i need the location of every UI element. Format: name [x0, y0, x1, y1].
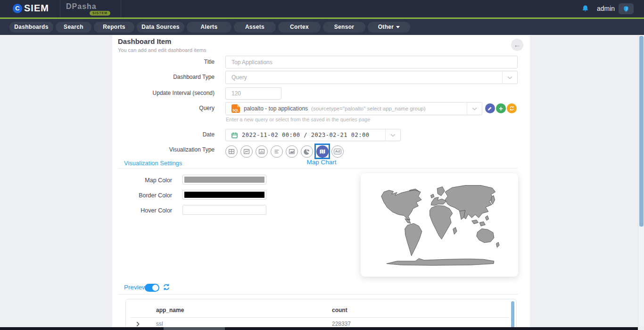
viz-type-single-value-button[interactable]: Ad — [331, 145, 344, 158]
column-header-app-name[interactable]: app_name — [156, 307, 184, 313]
nav-item-dashboards[interactable]: Dashboards — [9, 22, 53, 33]
update-interval-value: 120 — [231, 90, 241, 97]
query-select[interactable]: SQL paloalto - top applications (sourcet… — [225, 102, 482, 115]
chevron-down-icon[interactable] — [502, 71, 517, 84]
shield-icon — [623, 6, 629, 12]
update-interval-input[interactable]: 120 — [225, 87, 281, 100]
nav-item-alerts[interactable]: Alerts — [187, 22, 231, 33]
visualization-type-options: Ad — [225, 144, 347, 159]
date-range-input[interactable]: 2022-11-02 00:00 / 2023-02-21 02:00 — [225, 129, 401, 141]
preview-table: app_name count ssl 228337 — [125, 299, 517, 330]
date-label: Date — [112, 131, 215, 138]
preview-refresh-button[interactable] — [163, 283, 170, 291]
dashboard-type-select[interactable]: Query — [225, 71, 518, 84]
chevron-down-icon[interactable] — [385, 129, 400, 141]
cell-count: 228337 — [332, 321, 351, 327]
horizontal-scrollbar-thumb[interactable] — [164, 327, 225, 330]
date-range-value: 2022-11-02 00:00 / 2023-02-21 02:00 — [242, 132, 369, 138]
border-color-input[interactable] — [182, 190, 266, 200]
title-input-value: Top Applications — [231, 59, 272, 66]
back-button[interactable]: ← — [511, 39, 523, 51]
reload-queries-button[interactable] — [507, 103, 517, 113]
nav-item-data-sources[interactable]: Data Sources — [137, 22, 184, 33]
plus-icon: + — [499, 104, 503, 112]
update-interval-label: Update Interval (second) — [112, 90, 215, 96]
dashboard-type-label: Dashboard Type — [112, 74, 215, 80]
viz-type-bar-chart-button[interactable] — [256, 145, 268, 158]
query-label: Query — [112, 105, 215, 111]
border-color-swatch — [184, 192, 264, 198]
area-chart-icon — [289, 148, 295, 155]
header-divider — [60, 0, 60, 17]
viz-type-table-button[interactable] — [225, 145, 238, 158]
map-icon — [319, 148, 326, 155]
toggle-knob — [152, 285, 158, 291]
hover-color-label: Hover Color — [112, 207, 172, 214]
column-header-count[interactable]: count — [332, 307, 347, 313]
app-window: C SIEM DPasha SISTEM admin Dashboards Se… — [0, 0, 644, 330]
username[interactable]: admin — [597, 5, 615, 12]
preview-label: Preview — [124, 284, 147, 291]
refresh-icon — [163, 283, 170, 291]
horizontal-scrollbar-track[interactable] — [0, 327, 638, 330]
sql-icon-fold — [237, 104, 240, 107]
viz-type-area-chart-button[interactable] — [286, 145, 298, 158]
chevron-down-icon[interactable] — [467, 102, 482, 115]
nav-item-search[interactable]: Search — [56, 22, 91, 33]
nav-item-other[interactable]: Other — [368, 22, 410, 33]
add-query-button[interactable]: + — [496, 103, 506, 113]
page-title: Dashboard Item — [118, 37, 171, 45]
cell-app-name: ssl — [156, 321, 163, 327]
bar-chart-icon — [258, 148, 265, 155]
brand-logo-icon: C — [13, 4, 22, 13]
sql-file-icon: SQL — [231, 104, 240, 113]
refresh-icon — [509, 106, 514, 111]
selected-viz-label: Map Chart — [300, 159, 343, 166]
chevron-right-icon — [136, 322, 140, 327]
title-input[interactable]: Top Applications — [225, 56, 518, 68]
list-icon — [273, 148, 280, 155]
hover-color-input[interactable] — [182, 205, 266, 215]
visualization-type-label: Visualization Type — [112, 146, 215, 153]
line-chart-icon — [243, 148, 250, 155]
partner-logo-badge: SISTEM — [90, 11, 110, 16]
title-label: Title — [112, 59, 215, 65]
vertical-scrollbar-track[interactable] — [638, 35, 644, 327]
nav-item-sensor[interactable]: Sensor — [323, 22, 365, 33]
viz-type-line-chart-button[interactable] — [240, 145, 253, 158]
section-divider — [118, 294, 518, 295]
ad-icon: Ad — [334, 149, 342, 154]
nav-item-other-label: Other — [378, 24, 394, 30]
notifications-bell-icon[interactable] — [581, 5, 589, 13]
main-nav: Dashboards Search Reports Data Sources A… — [0, 19, 644, 35]
row-expand-chevron[interactable] — [136, 321, 140, 327]
preview-toggle[interactable] — [145, 284, 159, 292]
table-scrollbar[interactable] — [511, 301, 514, 330]
nav-item-reports[interactable]: Reports — [94, 22, 134, 33]
viz-type-list-button[interactable] — [271, 145, 283, 158]
user-shield-button[interactable] — [619, 3, 634, 14]
query-name: paloalto - top applications — [244, 105, 308, 112]
top-header: C SIEM DPasha SISTEM admin — [0, 0, 644, 17]
pencil-icon — [487, 106, 493, 111]
query-detail: (sourcetype="paloalto" select app_name g… — [311, 106, 425, 111]
section-divider — [118, 168, 518, 169]
viz-type-pie-chart-button[interactable] — [301, 145, 313, 158]
partner-logo-text: DPasha — [66, 2, 97, 10]
border-color-label: Border Color — [112, 192, 172, 199]
map-color-label: Map Color — [112, 177, 172, 184]
map-color-input[interactable] — [182, 175, 266, 185]
nav-item-assets[interactable]: Assets — [234, 22, 276, 33]
visualization-settings-title: Visualization Settings — [124, 160, 182, 167]
query-helper-text: Enter a new query or select from the sav… — [226, 117, 370, 122]
partner-logo: DPasha SISTEM — [66, 2, 110, 16]
edit-query-button[interactable] — [485, 103, 495, 113]
nav-item-cortex[interactable]: Cortex — [278, 22, 321, 33]
header-divider — [121, 0, 121, 17]
world-map — [364, 177, 514, 273]
vertical-scrollbar-thumb[interactable] — [639, 36, 644, 227]
viz-type-selected-frame — [314, 144, 330, 159]
table-divider — [131, 317, 510, 318]
viz-type-map-button[interactable] — [316, 145, 329, 158]
caret-down-icon — [396, 26, 400, 28]
